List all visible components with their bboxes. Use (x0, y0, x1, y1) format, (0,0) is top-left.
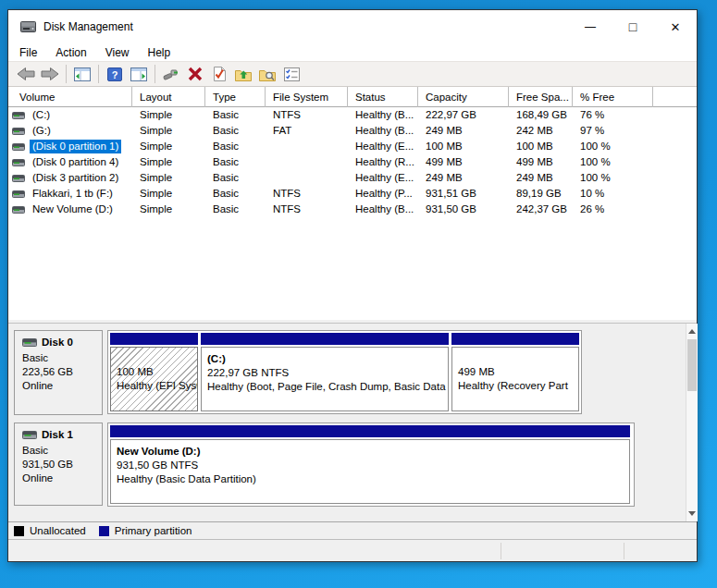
maximize-button[interactable]: □ (612, 10, 654, 43)
toolbar: ? (8, 61, 697, 87)
menu-file[interactable]: File (10, 43, 46, 61)
volume-icon (12, 159, 25, 166)
cell-layout: Simple (132, 154, 205, 170)
menu-action[interactable]: Action (46, 43, 95, 61)
table-row[interactable]: (Disk 3 partition 2) Simple Basic Health… (8, 170, 697, 186)
column-header-volume[interactable]: Volume (8, 87, 132, 107)
cell-pctfree: 76 % (573, 107, 653, 123)
disk0-partition-strip: 100 MB Healthy (EFI Syst (C:) 222,97 GB … (107, 330, 582, 414)
column-header-pctfree[interactable]: % Free (573, 87, 653, 107)
cell-type: Basic (205, 186, 266, 202)
scroll-down-icon[interactable] (686, 507, 698, 521)
disk1-info-box[interactable]: Disk 1 Basic 931,50 GB Online (14, 423, 103, 506)
cell-filesystem: NTFS (266, 107, 348, 123)
disk-icon (22, 338, 37, 347)
cell-freespace: 89,19 GB (509, 186, 573, 202)
cell-status: Healthy (E... (348, 170, 418, 186)
cell-layout: Simple (132, 170, 205, 186)
properties-check-icon[interactable] (207, 63, 231, 85)
table-row[interactable]: (G:) Simple Basic FAT Healthy (B... 249 … (8, 123, 697, 139)
forward-icon[interactable] (38, 63, 62, 85)
cell-layout: Simple (132, 139, 205, 154)
column-header-freespace[interactable]: Free Spa... (509, 87, 573, 107)
open-folder-icon[interactable] (231, 63, 255, 85)
volume-icon (12, 190, 25, 198)
partition-size: 100 MB (117, 365, 197, 379)
partition-efi[interactable]: 100 MB Healthy (EFI Syst (110, 333, 198, 411)
partition-name: New Volume (D:) (117, 445, 629, 459)
menu-help[interactable]: Help (139, 43, 180, 61)
cell-pctfree: 26 % (573, 202, 653, 217)
legend-bar: Unallocated Primary partition (8, 521, 697, 540)
partition-size: 931,50 GB NTFS (117, 459, 629, 472)
menu-view[interactable]: View (96, 43, 139, 61)
desktop: Disk Management — □ ✕ File Action View H… (0, 0, 717, 588)
disk1-partition-strip: New Volume (D:) 931,50 GB NTFS Healthy (… (107, 423, 635, 507)
table-row[interactable]: Flakkari, 1 tb (F:) Simple Basic NTFS He… (8, 186, 697, 202)
cell-pctfree: 100 % (573, 139, 653, 154)
disk-state: Online (22, 379, 102, 393)
status-bar (8, 541, 697, 561)
partition-status: Healthy (EFI Syst (117, 379, 197, 393)
cell-freespace: 242,37 GB (509, 202, 573, 217)
cell-freespace: 168,49 GB (509, 107, 573, 123)
disk-size: 931,50 GB (22, 458, 102, 472)
cell-type: Basic (205, 202, 266, 217)
cell-capacity: 249 MB (418, 123, 509, 139)
delete-volume-icon[interactable] (183, 63, 207, 85)
minimize-button[interactable]: — (569, 10, 612, 43)
show-action-pane-icon[interactable] (127, 63, 151, 85)
table-row[interactable]: New Volume (D:) Simple Basic NTFS Health… (8, 202, 697, 217)
column-header-layout[interactable]: Layout (132, 87, 205, 107)
partition-recovery[interactable]: 499 MB Healthy (Recovery Part (451, 333, 579, 411)
cell-pctfree: 100 % (573, 154, 653, 170)
column-header-type[interactable]: Type (205, 87, 266, 107)
menubar: File Action View Help (8, 43, 697, 61)
partition-c[interactable]: (C:) 222,97 GB NTFS Healthy (Boot, Page … (201, 333, 449, 411)
toolbar-separator (66, 65, 67, 83)
cell-freespace: 249 MB (509, 170, 573, 186)
table-row[interactable]: (Disk 0 partition 4) Simple Basic Health… (8, 154, 697, 170)
list-header: Volume Layout Type File System Status Ca… (8, 87, 697, 107)
column-header-capacity[interactable]: Capacity (418, 87, 509, 107)
disk-label: Disk 1 (42, 429, 73, 440)
partition-d[interactable]: New Volume (D:) 931,50 GB NTFS Healthy (… (110, 425, 630, 504)
cell-layout: Simple (132, 202, 205, 217)
volume-icon (12, 112, 25, 119)
explore-folder-icon[interactable] (255, 63, 279, 85)
titlebar[interactable]: Disk Management — □ ✕ (8, 10, 697, 43)
cell-filesystem: NTFS (266, 186, 348, 202)
table-row-selected[interactable]: (Disk 0 partition 1) Simple Basic Health… (8, 139, 697, 154)
cell-type: Basic (205, 123, 266, 139)
volume-name: New Volume (D:) (30, 202, 116, 216)
vertical-scrollbar[interactable] (686, 324, 698, 521)
back-icon[interactable] (14, 63, 38, 85)
volume-name: Flakkari, 1 tb (F:) (30, 187, 116, 201)
column-header-status[interactable]: Status (348, 87, 418, 107)
scroll-up-icon[interactable] (686, 325, 698, 338)
cell-status: Healthy (B... (348, 202, 418, 217)
scrollbar-thumb[interactable] (687, 339, 697, 391)
cell-capacity: 931,51 GB (418, 186, 509, 202)
volume-name: (Disk 3 partition 2) (30, 171, 121, 185)
disk-management-window: Disk Management — □ ✕ File Action View H… (7, 9, 698, 562)
rescan-disks-icon[interactable] (159, 63, 183, 85)
help-icon[interactable]: ? (103, 63, 127, 85)
primary-partition-swatch (99, 526, 109, 536)
unallocated-swatch (14, 526, 24, 536)
disk0-info-box[interactable]: Disk 0 Basic 223,56 GB Online (14, 330, 103, 415)
task-list-icon[interactable] (279, 63, 303, 85)
cell-type: Basic (205, 107, 266, 123)
cell-filesystem (266, 154, 348, 170)
cell-layout: Simple (132, 107, 205, 123)
table-row[interactable]: (C:) Simple Basic NTFS Healthy (B... 222… (8, 107, 697, 123)
cell-capacity: 499 MB (418, 154, 509, 170)
cell-status: Healthy (R... (348, 154, 418, 170)
show-console-tree-icon[interactable] (70, 63, 94, 85)
close-button[interactable]: ✕ (654, 10, 697, 43)
disk-label: Disk 0 (42, 337, 73, 348)
column-header-filesystem[interactable]: File System (266, 87, 348, 107)
cell-capacity: 222,97 GB (418, 107, 509, 123)
window-title: Disk Management (43, 20, 133, 33)
volume-icon (12, 206, 25, 214)
